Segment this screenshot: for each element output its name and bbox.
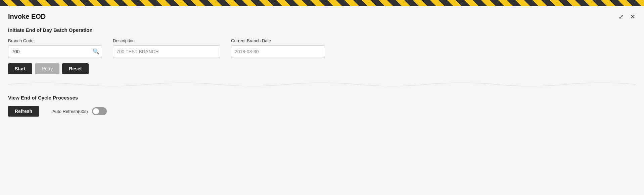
branch-code-input[interactable]: [8, 45, 102, 58]
auto-refresh-toggle-label[interactable]: [92, 107, 107, 115]
action-button-row: Start Retry Reset: [8, 63, 636, 74]
retry-button: Retry: [35, 63, 59, 74]
branch-code-label: Branch Code: [8, 38, 102, 43]
initiate-section-title: Initiate End of Day Batch Operation: [8, 27, 636, 33]
divider-wave: [8, 79, 636, 89]
close-button[interactable]: ✕: [630, 13, 636, 20]
current-branch-date-label: Current Branch Date: [231, 38, 325, 43]
view-section-title: View End of Cycle Processes: [8, 95, 636, 101]
warning-stripe: [0, 0, 644, 6]
branch-code-group: Branch Code 🔍: [8, 38, 102, 58]
toggle-slider: [92, 107, 107, 115]
view-section: View End of Cycle Processes Refresh Auto…: [8, 95, 636, 117]
auto-refresh-group: Auto Refresh(60s): [52, 107, 107, 115]
current-branch-date-input: [231, 45, 325, 58]
reset-button[interactable]: Reset: [62, 63, 88, 74]
branch-code-input-wrapper: 🔍: [8, 45, 102, 58]
expand-icon: ⤢: [618, 13, 624, 20]
auto-refresh-label: Auto Refresh(60s): [52, 109, 88, 114]
search-icon: 🔍: [93, 49, 99, 54]
branch-code-search-button[interactable]: 🔍: [93, 49, 99, 54]
close-icon: ✕: [630, 13, 635, 20]
form-row: Branch Code 🔍 Description Current Branch…: [8, 38, 636, 58]
modal-container: Invoke EOD ⤢ ✕ Initiate End of Day Batch…: [0, 6, 644, 195]
current-branch-date-group: Current Branch Date: [231, 38, 325, 58]
description-label: Description: [113, 38, 220, 43]
modal-header-icons: ⤢ ✕: [618, 13, 636, 20]
expand-button[interactable]: ⤢: [618, 13, 624, 20]
refresh-row: Refresh Auto Refresh(60s): [8, 106, 636, 117]
description-group: Description: [113, 38, 220, 58]
description-input: [113, 45, 220, 58]
refresh-button[interactable]: Refresh: [8, 106, 39, 117]
modal-header: Invoke EOD ⤢ ✕: [8, 13, 636, 20]
modal-title: Invoke EOD: [8, 13, 46, 20]
start-button[interactable]: Start: [8, 63, 32, 74]
